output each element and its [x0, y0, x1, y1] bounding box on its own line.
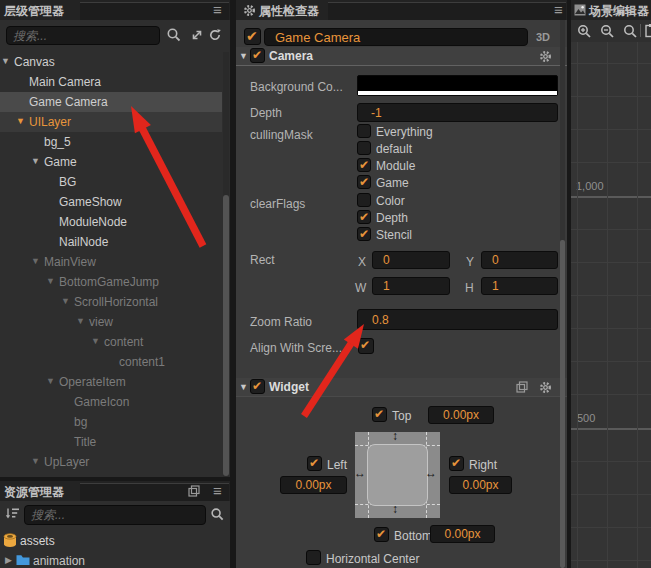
asset-row-assets[interactable]: assets — [0, 531, 230, 551]
tree-node-nailnode[interactable]: NailNode — [0, 232, 222, 252]
widget-right-checkbox[interactable] — [449, 456, 464, 471]
collapse-arrow-icon[interactable]: ▼ — [239, 382, 248, 392]
tree-node-operateitem[interactable]: ▼OperateItem — [0, 372, 222, 392]
depth-input[interactable] — [357, 103, 558, 122]
expand-arrow-icon[interactable]: ▼ — [46, 376, 55, 386]
assets-search-input[interactable] — [24, 505, 206, 525]
widget-alignment-diagram[interactable]: ↕ ↕ ↔ ↔ — [355, 432, 440, 518]
scene-title: 场景编辑器 — [589, 3, 649, 20]
tree-node-gameshow[interactable]: GameShow — [0, 192, 222, 212]
tree-node-content[interactable]: ▼content — [0, 332, 222, 352]
tree-node-modulenode[interactable]: ModuleNode — [0, 212, 222, 232]
tree-node-bg[interactable]: bg — [0, 412, 222, 432]
tree-node-label: content — [104, 335, 143, 349]
zoom-out-icon[interactable] — [600, 24, 615, 39]
sort-icon[interactable] — [5, 507, 20, 520]
widget-top-checkbox[interactable] — [372, 407, 387, 422]
rect-x-input[interactable] — [372, 251, 450, 269]
tree-node-mainview[interactable]: ▼MainView — [0, 252, 222, 272]
camera-enabled-checkbox[interactable] — [250, 48, 265, 63]
tree-node-view[interactable]: ▼view — [0, 312, 222, 332]
hierarchy-menu-icon[interactable]: ≡ — [213, 0, 222, 20]
expand-arrow-icon[interactable]: ▼ — [46, 276, 55, 286]
expand-arrow-icon[interactable]: ▶ — [5, 555, 12, 565]
widget-left-checkbox[interactable] — [307, 456, 322, 471]
widget-bottom-checkbox[interactable] — [374, 527, 389, 542]
inspector-scrollbar[interactable] — [560, 20, 565, 568]
widget-section-header[interactable]: ▼ Widget — [236, 378, 567, 397]
zoom-reset-icon[interactable] — [623, 24, 638, 39]
node-name-input[interactable] — [264, 28, 528, 46]
camera-section-header[interactable]: ▼ Camera — [236, 47, 567, 66]
cullingmask-checkbox-module[interactable] — [357, 158, 371, 172]
search-icon[interactable] — [210, 507, 225, 522]
tree-node-uilayer[interactable]: ▼UILayer — [0, 112, 222, 132]
search-icon[interactable] — [166, 27, 182, 43]
tree-node-game[interactable]: ▼Game — [0, 152, 222, 172]
camera-section-title: Camera — [269, 49, 313, 63]
clearflags-checkbox-depth[interactable] — [357, 210, 371, 224]
widget-bottom-input[interactable] — [430, 525, 495, 543]
clearflags-checkbox-color[interactable] — [357, 193, 371, 207]
collapse-arrow-icon[interactable]: ▼ — [239, 51, 248, 61]
cullingmask-checkbox-game[interactable] — [357, 175, 371, 189]
asset-row-animation[interactable]: ▶ animation — [0, 551, 230, 568]
mode-3d-toggle[interactable]: 3D — [536, 31, 550, 43]
widget-right-input[interactable] — [449, 476, 512, 494]
horizontal-center-checkbox[interactable] — [306, 550, 321, 565]
scene-canvas[interactable]: 1,000 500 — [571, 42, 651, 568]
gear-icon[interactable] — [539, 381, 552, 394]
expand-arrow-icon[interactable]: ▼ — [16, 116, 25, 126]
option-label: Stencil — [376, 228, 412, 242]
zoom-ratio-input[interactable] — [357, 309, 558, 330]
scrollbar-thumb[interactable] — [560, 240, 565, 568]
tree-node-main-camera[interactable]: Main Camera — [0, 72, 222, 92]
tree-node-content1[interactable]: content1 — [0, 352, 222, 372]
gear-icon — [243, 4, 256, 17]
rect-h-label: H — [465, 281, 474, 295]
expand-arrow-icon[interactable]: ▼ — [31, 156, 40, 166]
float-window-icon[interactable] — [188, 485, 200, 497]
assets-menu-icon[interactable]: ≡ — [213, 481, 222, 501]
align-with-screen-checkbox[interactable] — [358, 338, 374, 354]
tree-node-game-camera[interactable]: Game Camera — [0, 92, 222, 112]
expand-arrow-icon[interactable]: ▼ — [91, 336, 100, 346]
docs-icon[interactable] — [516, 381, 528, 393]
expand-arrow-icon[interactable]: ▼ — [61, 296, 70, 306]
tree-node-bg-5[interactable]: bg_5 — [0, 132, 222, 152]
tree-node-scrollhorizontal[interactable]: ▼ScrollHorizontal — [0, 292, 222, 312]
expand-all-icon[interactable] — [190, 28, 204, 42]
assets-title: 资源管理器 — [4, 484, 64, 501]
clearflags-checkbox-stencil[interactable] — [357, 227, 371, 241]
inspector-menu-icon[interactable]: ≡ — [554, 0, 563, 20]
tree-node-canvas[interactable]: ▼Canvas — [0, 52, 222, 72]
widget-enabled-checkbox[interactable] — [250, 379, 265, 394]
cullingmask-checkbox-default[interactable] — [357, 141, 371, 155]
tree-node-gameicon[interactable]: GameIcon — [0, 392, 222, 412]
expand-arrow-icon[interactable]: ▼ — [31, 456, 40, 466]
hierarchy-scrollbar[interactable] — [223, 52, 229, 477]
node-enabled-checkbox[interactable] — [244, 28, 261, 45]
background-color-swatch[interactable] — [357, 75, 558, 96]
scrollbar-thumb[interactable] — [223, 195, 229, 476]
expand-arrow-icon[interactable]: ▼ — [1, 56, 10, 66]
tree-node-bg[interactable]: BG — [0, 172, 222, 192]
hierarchy-search-input[interactable] — [6, 26, 160, 45]
tree-node-bottomgamejump[interactable]: ▼BottomGameJump — [0, 272, 222, 292]
tree-node-label: Main Camera — [29, 75, 101, 89]
expand-arrow-icon[interactable]: ▼ — [31, 256, 40, 266]
tree-node-title[interactable]: Title — [0, 432, 222, 452]
widget-top-input[interactable] — [428, 406, 494, 424]
gear-icon[interactable] — [539, 50, 552, 63]
clipboard-icon[interactable] — [645, 24, 651, 38]
cullingmask-checkbox-everything[interactable] — [357, 124, 371, 138]
rect-y-input[interactable] — [481, 251, 558, 269]
tree-node-label: OperateItem — [59, 375, 126, 389]
widget-left-input[interactable] — [280, 476, 347, 494]
refresh-icon[interactable] — [208, 28, 222, 42]
rect-w-input[interactable] — [372, 277, 450, 295]
expand-arrow-icon[interactable]: ▼ — [76, 316, 85, 326]
rect-h-input[interactable] — [481, 277, 558, 295]
tree-node-uplayer[interactable]: ▼UpLayer — [0, 452, 222, 472]
zoom-in-icon[interactable] — [577, 24, 592, 39]
